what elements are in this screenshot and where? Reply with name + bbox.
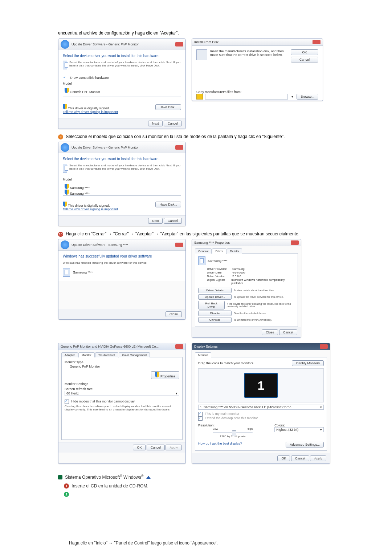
- signing-link[interactable]: Tell me why driver signing is important: [63, 110, 118, 114]
- close-icon[interactable]: [175, 42, 183, 46]
- step-badge-10: 10: [58, 232, 63, 237]
- close-icon[interactable]: [175, 145, 183, 150]
- cancel-button[interactable]: Cancel: [291, 57, 318, 62]
- next-button[interactable]: Next: [148, 218, 163, 224]
- breadcrumb: Update Driver Software - Generic PnP Mon…: [72, 146, 139, 149]
- properties-button[interactable]: Properties: [151, 371, 179, 379]
- cancel-button[interactable]: Cancel: [164, 121, 182, 126]
- breadcrumb: Update Driver Software - Samsung ****: [72, 243, 128, 247]
- path-input[interactable]: [205, 94, 288, 100]
- model-list[interactable]: Generic PnP Monitor: [63, 87, 181, 97]
- close-icon[interactable]: [320, 344, 328, 349]
- tab-general[interactable]: General: [195, 248, 212, 254]
- apply-button[interactable]: Apply: [310, 455, 326, 461]
- tab-monitor[interactable]: Monitor: [195, 352, 211, 357]
- refresh-rate-select[interactable]: 60 Hertz▾: [65, 391, 179, 396]
- monitor-select-value: 1. Samsung **** on NVIDIA GeForce 6600 L…: [200, 405, 294, 409]
- monitor-icon: [63, 268, 70, 277]
- prop-val: microsoft windows hardware compatibility…: [231, 278, 295, 285]
- close-icon[interactable]: [175, 243, 183, 247]
- identify-monitors-button[interactable]: Identify Monitors: [292, 360, 324, 366]
- shield-icon: [63, 104, 67, 109]
- dialog-title: Display Settings: [194, 345, 218, 348]
- apply-button[interactable]: Apply: [166, 445, 182, 450]
- prop-val: 2.0.0.0: [232, 275, 241, 278]
- shield-icon: [63, 202, 67, 207]
- back-icon[interactable]: [61, 143, 69, 152]
- step-badge-2: 2: [64, 492, 69, 497]
- step-badge-9: 9: [58, 134, 63, 139]
- ok-button[interactable]: OK: [277, 455, 290, 461]
- cancel-button[interactable]: Cancel: [147, 445, 165, 450]
- tab-driver[interactable]: Driver: [212, 248, 226, 254]
- browse-button[interactable]: Browse...: [297, 94, 318, 100]
- uninstall-button[interactable]: Uninstall: [198, 317, 232, 323]
- prop-key: Digital Signer:: [207, 278, 231, 285]
- close-icon[interactable]: [175, 344, 183, 349]
- device-name: Samsung ****: [73, 271, 93, 274]
- colors-select[interactable]: Highest (32 bit)▾: [274, 427, 324, 432]
- breadcrumb: Update Driver Software - Generic PnP Mon…: [72, 42, 139, 46]
- prop-val: Samsung: [232, 267, 245, 271]
- drag-text: Drag the icons to match your monitors.: [198, 361, 254, 365]
- main-monitor-label: This is my main monitor: [205, 412, 239, 416]
- best-display-link[interactable]: How do I get the best display?: [198, 442, 242, 447]
- refresh-rate-value: 60 Hertz: [66, 392, 79, 395]
- tab-adapter[interactable]: Adapter: [61, 352, 78, 357]
- prop-key: Driver Provider:: [207, 267, 232, 271]
- back-icon[interactable]: [61, 40, 69, 49]
- shield-icon: [65, 190, 69, 195]
- model-item: Samsung ****: [70, 192, 90, 195]
- model-header: Model: [63, 82, 181, 85]
- next-button[interactable]: Next: [148, 121, 163, 126]
- back-icon[interactable]: [61, 240, 69, 249]
- bullet-icon: [58, 475, 62, 479]
- close-button[interactable]: Close: [262, 329, 278, 335]
- dialog-heading: Select the device driver you want to ins…: [63, 54, 181, 58]
- dialog-subtext: Select the manufacturer and model of you…: [69, 164, 181, 173]
- window-display-settings: Display Settings Monitor Drag the icons …: [192, 343, 330, 464]
- tab-monitor[interactable]: Monitor: [78, 352, 95, 357]
- model-list[interactable]: Samsung **** Samsung ****: [63, 183, 181, 196]
- signing-link[interactable]: Tell me why driver signing is important: [63, 207, 118, 211]
- cancel-button[interactable]: Cancel: [279, 329, 297, 335]
- cancel-button[interactable]: Cancel: [291, 455, 309, 461]
- resolution-slider[interactable]: [213, 432, 253, 433]
- hide-modes-checkbox[interactable]: [65, 400, 69, 404]
- window-install-from-disk: Install From Disk Insert the manufacture…: [192, 39, 323, 101]
- monitor-preview[interactable]: 1: [244, 373, 278, 398]
- arrow-up-icon[interactable]: [146, 476, 151, 479]
- btn-desc: To update the driver software for this d…: [234, 296, 283, 298]
- model-item: Generic PnP Monitor: [70, 90, 100, 94]
- close-icon[interactable]: [291, 240, 299, 245]
- window-driver-properties: Samsung **** Properties General Driver D…: [192, 239, 301, 338]
- dialog-title: Generic PnP Monitor and NVIDIA GeForce 6…: [61, 345, 159, 348]
- show-compatible-checkbox[interactable]: [63, 76, 67, 80]
- disable-button[interactable]: Disable: [198, 311, 232, 316]
- cancel-button[interactable]: Cancel: [164, 218, 182, 224]
- advanced-settings-button[interactable]: Advanced Settings...: [286, 442, 324, 447]
- shield-icon: [65, 184, 69, 189]
- tab-troubleshoot[interactable]: Troubleshoot: [95, 352, 118, 357]
- dialog-heading: Select the device driver you want to ins…: [63, 157, 181, 161]
- dialog-heading: Windows has successfully updated your dr…: [63, 254, 181, 258]
- close-button[interactable]: Close: [166, 311, 182, 317]
- monitor-select[interactable]: 1. Samsung **** on NVIDIA GeForce 6600 L…: [198, 405, 324, 410]
- have-disk-button[interactable]: Have Disk...: [155, 104, 181, 110]
- colors-label: Colors:: [274, 424, 324, 427]
- dialog-title: Install From Disk: [194, 40, 219, 44]
- update-driver-button[interactable]: Update Driver...: [198, 294, 232, 300]
- folder-icon: [196, 94, 203, 100]
- tab-color[interactable]: Color Management: [119, 352, 150, 357]
- tab-details[interactable]: Details: [227, 248, 242, 254]
- btn-desc: To view details about the driver files.: [234, 289, 274, 292]
- ok-button[interactable]: OK: [133, 445, 146, 450]
- dialog-subtext: Windows has finished installing the driv…: [63, 261, 181, 264]
- ok-button[interactable]: OK: [291, 49, 318, 55]
- rollback-driver-button[interactable]: Roll Back Driver: [198, 301, 225, 309]
- have-disk-button[interactable]: Have Disk...: [155, 202, 181, 207]
- driver-details-button[interactable]: Driver Details: [198, 288, 232, 293]
- window-finished: Update Driver Software - Samsung **** Wi…: [58, 239, 186, 320]
- close-icon[interactable]: [313, 40, 320, 44]
- dialog-message: Insert the manufacturer's installation d…: [210, 49, 288, 57]
